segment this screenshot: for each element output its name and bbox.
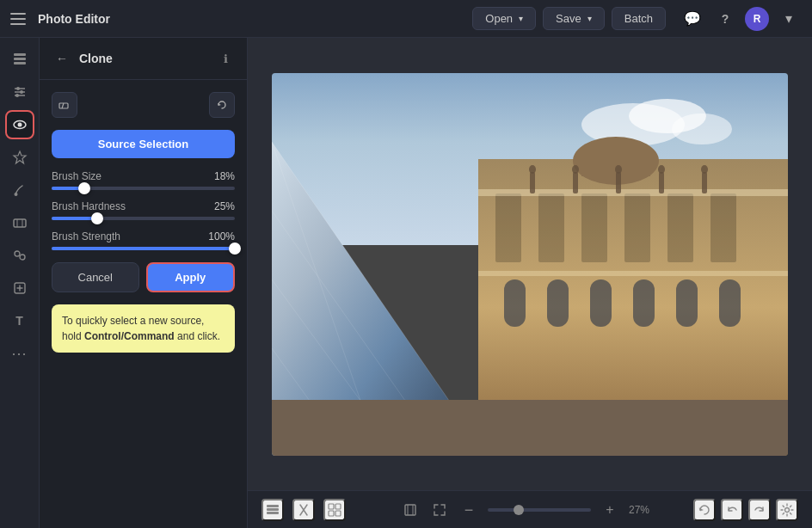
- canvas-viewport[interactable]: [248, 38, 812, 490]
- svg-rect-65: [405, 505, 415, 515]
- menu-icon[interactable]: [10, 9, 31, 29]
- svg-rect-26: [538, 193, 564, 262]
- bottombar: − + 27%: [248, 490, 812, 528]
- fit-button[interactable]: [400, 500, 421, 520]
- sidebar-item-adjustments[interactable]: [5, 77, 34, 107]
- sidebar-item-frame[interactable]: [5, 208, 34, 237]
- apply-button[interactable]: Apply: [146, 262, 236, 292]
- redo-button[interactable]: [748, 499, 771, 521]
- svg-rect-64: [335, 511, 341, 516]
- avatar[interactable]: R: [745, 7, 769, 31]
- svg-rect-33: [590, 279, 612, 327]
- brush-size-label: Brush Size: [52, 170, 102, 182]
- sidebar-item-export[interactable]: [5, 273, 34, 303]
- svg-rect-0: [14, 53, 26, 56]
- open-chevron: ▾: [519, 14, 523, 23]
- back-button[interactable]: ←: [52, 48, 72, 69]
- svg-point-10: [17, 123, 22, 127]
- zoom-out-button[interactable]: −: [458, 500, 479, 520]
- chevron-down-icon: ▾: [785, 10, 792, 27]
- svg-rect-35: [676, 279, 698, 327]
- svg-rect-47: [272, 400, 788, 456]
- reset-tool-button[interactable]: [209, 92, 235, 118]
- svg-rect-48: [530, 172, 535, 193]
- brush-hardness-label: Brush Hardness: [52, 200, 126, 212]
- zoom-in-button[interactable]: +: [600, 500, 620, 520]
- zoom-in-icon: +: [606, 503, 613, 517]
- svg-rect-59: [267, 508, 279, 511]
- sidebar-item-text[interactable]: T: [5, 306, 34, 335]
- cancel-button[interactable]: Cancel: [52, 262, 139, 292]
- svg-point-6: [20, 90, 23, 94]
- tooltip-text2: and click.: [175, 330, 220, 342]
- svg-rect-30: [710, 193, 736, 262]
- layers-bottom-button[interactable]: [261, 499, 284, 521]
- sidebar-item-objects[interactable]: [5, 241, 34, 270]
- main: T ··· ← Clone ℹ: [0, 38, 812, 528]
- brush-strength-label: Brush Strength: [52, 230, 120, 243]
- panel-tools: [52, 92, 235, 118]
- info-button[interactable]: ℹ: [216, 49, 235, 68]
- svg-point-49: [529, 165, 536, 174]
- svg-point-57: [701, 165, 708, 174]
- svg-rect-50: [573, 172, 578, 193]
- sidebar-item-effects[interactable]: [5, 143, 34, 172]
- brush-hardness-value: 25%: [214, 200, 235, 212]
- bottombar-left: [261, 499, 346, 521]
- topbar: Photo Editor Open ▾ Save ▾ Batch 💬 ? R ▾: [0, 0, 812, 38]
- svg-rect-62: [335, 504, 341, 509]
- account-chevron[interactable]: ▾: [776, 6, 802, 32]
- help-button[interactable]: ?: [712, 6, 738, 32]
- batch-button[interactable]: Batch: [612, 7, 666, 30]
- svg-point-12: [14, 193, 17, 196]
- svg-rect-34: [633, 279, 655, 327]
- bottombar-center: − + 27%: [400, 500, 660, 520]
- panel: ← Clone ℹ: [40, 38, 248, 528]
- svg-rect-61: [329, 504, 334, 509]
- open-button[interactable]: Open ▾: [472, 7, 536, 30]
- chat-icon: 💬: [684, 10, 701, 27]
- settings-bottom-button[interactable]: [776, 499, 798, 521]
- brush-size-value: 18%: [214, 170, 235, 182]
- refresh-button[interactable]: [693, 499, 716, 521]
- svg-rect-31: [504, 279, 526, 327]
- canvas-area: − + 27%: [248, 38, 812, 528]
- svg-point-68: [785, 507, 790, 512]
- brush-size-slider[interactable]: [52, 187, 235, 190]
- sidebar-item-more[interactable]: ···: [5, 339, 34, 368]
- brush-strength-slider[interactable]: [52, 247, 235, 250]
- source-selection-button[interactable]: Source Selection: [52, 130, 235, 158]
- eraser-tool-button[interactable]: [52, 92, 77, 118]
- svg-rect-32: [547, 279, 569, 327]
- grid-bottom-button[interactable]: [323, 499, 346, 521]
- brush-hardness-slider[interactable]: [52, 217, 235, 220]
- back-icon: ←: [56, 52, 68, 65]
- info-icon: ℹ: [224, 52, 228, 65]
- svg-point-51: [572, 165, 579, 174]
- svg-rect-37: [478, 189, 788, 196]
- svg-rect-40: [581, 150, 650, 176]
- chat-button[interactable]: 💬: [680, 6, 705, 32]
- undo-button[interactable]: [721, 499, 743, 521]
- save-label: Save: [556, 12, 581, 25]
- tooltip-key: Control/Command: [84, 330, 175, 342]
- svg-rect-28: [624, 193, 650, 262]
- adjust-bottom-button[interactable]: [292, 499, 315, 521]
- save-button[interactable]: Save ▾: [543, 7, 605, 30]
- sidebar-item-brush[interactable]: [5, 175, 34, 205]
- svg-point-16: [15, 251, 20, 256]
- sidebar-item-view[interactable]: [5, 110, 34, 139]
- topbar-right: 💬 ? R ▾: [680, 6, 802, 32]
- more-icon: ···: [11, 345, 27, 363]
- zoom-slider[interactable]: [488, 508, 591, 512]
- tooltip-box: To quickly select a new source, hold Con…: [52, 304, 235, 353]
- sidebar-item-layers[interactable]: [5, 45, 34, 74]
- app-title: Photo Editor: [38, 12, 110, 26]
- panel-title: Clone: [79, 52, 209, 65]
- svg-point-17: [20, 255, 25, 260]
- brush-size-slider-group: Brush Size 18%: [52, 170, 235, 190]
- svg-point-55: [658, 165, 665, 174]
- expand-button[interactable]: [429, 500, 450, 520]
- save-chevron: ▾: [587, 14, 592, 23]
- svg-point-8: [15, 94, 19, 97]
